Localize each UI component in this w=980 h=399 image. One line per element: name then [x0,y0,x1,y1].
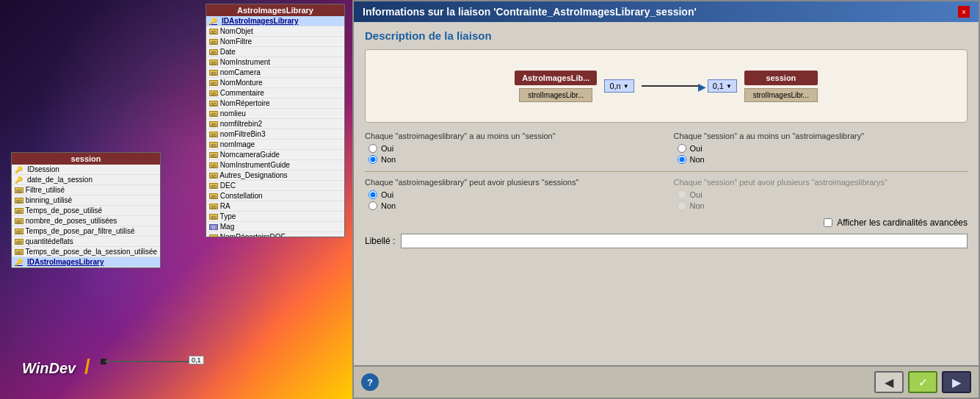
table-row[interactable]: ab nomCamera [206,68,344,78]
right-cardinality-select[interactable]: 0,1 ▼ [708,79,737,93]
table-row[interactable]: ab Filtre_utilisé [12,185,160,195]
field-icon: ab [15,187,23,193]
right-oui-row-1[interactable]: Oui [678,144,968,153]
table-row[interactable]: ab NomFiltre [206,37,344,47]
left-cardinality-value: 0,n [609,82,620,90]
table-row[interactable]: ab Date [206,47,344,57]
table-row[interactable]: ab NomInstrument [206,57,344,68]
table-row[interactable]: ab Constellation [206,191,344,201]
field-icon: ab [209,193,218,199]
left-desc-col-1: Chaque "astroimageslibrary" a au moins u… [365,132,659,164]
right-table-box: session [744,71,818,85]
right-desc-col-1: Chaque "session" a au moins un "astroima… [674,132,968,164]
key-icon: 🔑 [209,18,219,25]
table-row[interactable]: ab NomMonture [206,78,344,88]
ok-button[interactable]: ✓ [908,371,937,393]
field-icon: ab [15,208,23,214]
right-radio-group-1: Oui Non [678,144,968,164]
table-row[interactable]: 🔑 date_de_la_session [12,175,160,185]
astro-images-library-table: AstroImagesLibrary 🔑 IDAstroImagesLibrar… [206,4,345,237]
table-row[interactable]: ab nomFiltreBin3 [206,129,344,140]
table-row[interactable]: ab quantitédeflats [12,237,160,247]
right-non-row-1[interactable]: Non [678,155,968,164]
next-button[interactable]: ▶ [942,371,971,393]
table-row[interactable]: ab Temps_de_pose_de_la_session_utilisée [12,247,160,257]
field-icon: ab [209,111,218,117]
right-non-label-1: Non [690,155,705,164]
table-row[interactable]: ab Temps_de_pose_utilisé [12,206,160,216]
left-panel: AstroImagesLibrary 🔑 IDAstroImagesLibrar… [0,0,352,399]
table-row[interactable]: 🔑 IDAstroImagesLibrary [206,16,344,26]
table-row[interactable]: 🔑 IDAstroImagesLibrary [12,257,160,267]
left-non-radio-1[interactable] [369,155,377,164]
back-button[interactable]: ◀ [874,371,904,393]
libelle-row: Libellé : [365,234,968,248]
session-table-body: 🔑 IDsession 🔑 date_de_la_session ab Filt… [12,165,160,267]
field-name: IDAstroImagesLibrary [222,17,298,25]
left-table-sub: strolImagesLibr... [519,88,592,102]
right-non-label-2: Non [690,201,705,210]
info-button[interactable]: ? [361,373,379,391]
connector-label: 0,1 [189,356,204,364]
field-icon: ab [15,239,23,245]
right-non-radio-1[interactable] [678,155,686,164]
table-row[interactable]: 0 Mag [206,222,344,232]
field-name: date_de_la_session [27,176,92,184]
table-row[interactable]: 🔑 IDsession [12,165,160,175]
right-oui-row-2: Oui [678,190,968,199]
right-oui-label-2: Oui [690,190,703,199]
table-row[interactable]: ab RA [206,201,344,212]
arrow-right-icon: ▶ [698,81,706,93]
table-row[interactable]: ab Temps_de_pose_par_filtre_utilisé [12,226,160,237]
field-icon: ab [209,101,218,107]
description-row-1: Chaque "astroimageslibrary" a au moins u… [365,132,968,164]
field-icon: ab [209,121,218,127]
right-cardinality-value: 0,1 [713,82,724,90]
left-oui-radio-1[interactable] [369,144,377,153]
table-row[interactable]: ab Autres_Designations [206,170,344,181]
table-row[interactable]: ab Commentaire [206,88,344,98]
libelle-input[interactable] [401,234,968,248]
table-row[interactable]: ab nomImage [206,140,344,150]
session-table: session 🔑 IDsession 🔑 date_de_la_session… [11,152,161,268]
left-radio-group-1: Oui Non [369,144,659,164]
left-oui-row-2[interactable]: Oui [369,190,659,199]
table-row[interactable]: ab NomInstrumentGuide [206,160,344,170]
left-non-row-1[interactable]: Non [369,155,659,164]
windev-logo: WinDev [22,360,76,377]
left-desc-col-2: Chaque "astroimageslibrary" peut avoir p… [365,178,659,210]
table-row[interactable]: ab binning_utilisé [12,195,160,206]
dialog-title-bar: Informations sur la liaison 'Contrainte_… [354,1,979,22]
right-oui-radio-1[interactable] [678,144,686,153]
advanced-label: Afficher les cardinalités avancées [837,218,968,228]
field-icon: 0 [209,224,218,230]
table-row[interactable]: ab NomObjet [206,26,344,37]
left-cardinality-select[interactable]: 0,n ▼ [604,79,634,93]
left-oui-row-1[interactable]: Oui [369,144,659,153]
advanced-row: Afficher les cardinalités avancées [365,218,968,228]
field-icon: ab [15,218,23,224]
table-row[interactable]: ab Type [206,212,344,222]
left-non-label-2: Non [381,201,396,210]
field-icon: ab [209,60,218,65]
right-non-row-2: Non [678,201,968,210]
advanced-checkbox[interactable] [824,218,832,227]
table-row[interactable]: ab nomlieu [206,109,344,119]
libelle-label: Libellé : [365,236,395,246]
dialog-footer: ? ◀ ✓ ▶ [354,365,979,398]
table-row[interactable]: ab NomRépertoireDOF [206,232,344,237]
left-non-row-2[interactable]: Non [369,201,659,210]
right-desc-label-1: Chaque "session" a au moins un "astroima… [674,132,968,140]
connector-line [105,361,197,362]
key-icon: 🔑 [15,259,25,266]
table-row[interactable]: ab NomcameraGuide [206,150,344,160]
table-row[interactable]: ab nomfiltrebin2 [206,119,344,129]
field-name: IDsession [27,165,59,173]
table-row[interactable]: ab nombre_de_poses_utilisées [12,216,160,226]
left-oui-radio-2[interactable] [369,190,377,199]
table-row[interactable]: ab DEC [206,181,344,191]
left-non-radio-2[interactable] [369,201,377,210]
close-button[interactable]: × [958,6,970,18]
table-row[interactable]: ab NomRépertoire [206,98,344,109]
field-icon: ab [209,173,218,179]
